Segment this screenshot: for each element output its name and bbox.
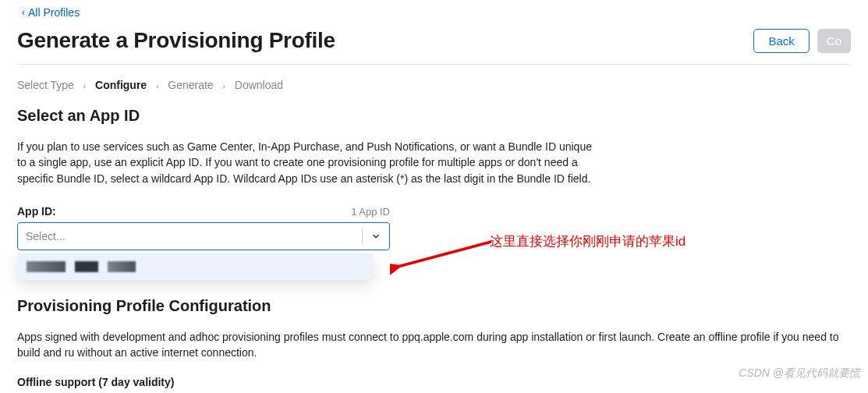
continue-button[interactable]: Co — [817, 29, 851, 53]
appid-option[interactable] — [17, 253, 373, 280]
breadcrumb-step-configure: Configure — [95, 79, 147, 91]
watermark: CSDN @看见代码就要慌 — [739, 366, 860, 381]
chevron-left-icon: ‹ — [22, 7, 25, 18]
section-title-config: Provisioning Profile Configuration — [17, 297, 851, 315]
redacted-text — [108, 261, 136, 272]
page-title: Generate a Provisioning Profile — [17, 28, 335, 53]
config-section: Provisioning Profile Configuration Apps … — [0, 297, 868, 393]
section-desc-config: Apps signed with development and adhoc p… — [17, 329, 851, 361]
appid-select-input[interactable] — [18, 223, 362, 250]
chevron-right-icon: › — [217, 82, 232, 90]
chevron-down-icon[interactable] — [363, 231, 389, 242]
all-profiles-link[interactable]: ‹ All Profiles — [0, 0, 80, 22]
section-title-select-appid: Select an App ID — [17, 107, 851, 125]
back-button[interactable]: Back — [753, 29, 809, 53]
header-buttons: Back Co — [753, 29, 851, 53]
back-link-text: All Profiles — [28, 6, 80, 19]
breadcrumb-step-generate: Generate — [168, 79, 213, 91]
breadcrumb-step-select-type: Select Type — [17, 79, 74, 91]
breadcrumb: Select Type › Configure › Generate › Dow… — [0, 65, 868, 107]
redacted-text — [27, 261, 66, 272]
appid-field-row: App ID: 1 App ID — [17, 205, 390, 218]
appid-select[interactable] — [17, 222, 390, 250]
appid-select-wrap — [17, 222, 390, 250]
chevron-right-icon: › — [150, 82, 165, 90]
header: Generate a Provisioning Profile Back Co — [0, 22, 868, 64]
select-appid-section: Select an App ID If you plan to use serv… — [0, 107, 868, 250]
breadcrumb-step-download: Download — [235, 79, 283, 91]
appid-label: App ID: — [17, 205, 56, 218]
section-desc-select-appid: If you plan to use services such as Game… — [17, 139, 594, 186]
offline-support-label: Offline support (7 day validity) — [17, 376, 851, 388]
appid-count: 1 App ID — [351, 206, 390, 218]
appid-dropdown — [17, 253, 373, 280]
redacted-text — [75, 261, 98, 272]
chevron-right-icon: › — [77, 82, 92, 90]
